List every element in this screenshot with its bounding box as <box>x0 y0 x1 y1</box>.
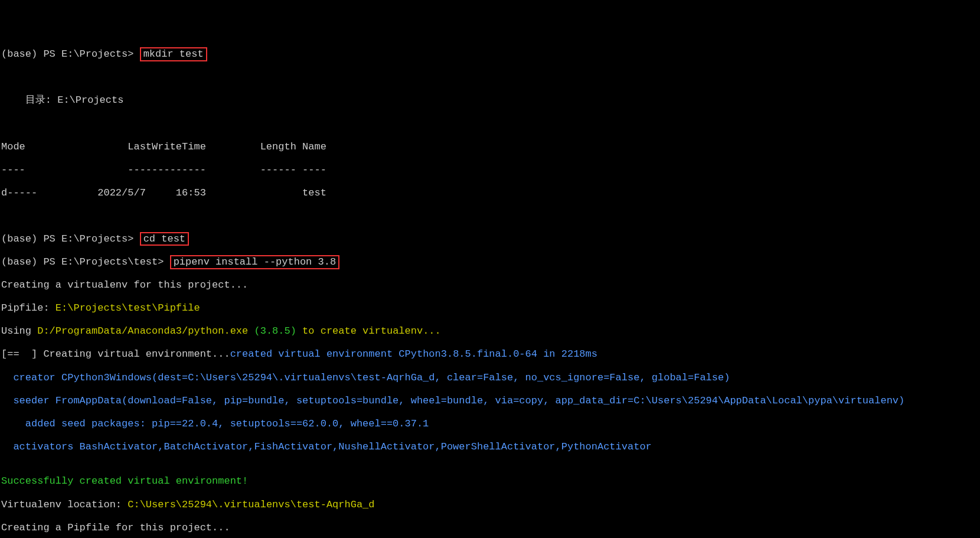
cmd-mkdir: mkdir test <box>140 47 207 61</box>
output-line: creator CPython3Windows(dest=C:\Users\25… <box>1 372 979 384</box>
cmd-pipenv-install: pipenv install --python 3.8 <box>170 255 339 269</box>
cmd-cd: cd test <box>140 232 189 246</box>
prompt-line-3: (base) PS E:\Projects\test> pipenv insta… <box>1 256 979 268</box>
output-line: Pipfile: E:\Projects\test\Pipfile <box>1 302 979 314</box>
table-header-sep: ---- ------------- ------ ---- <box>1 164 979 176</box>
pipfile-path: E:\Projects\test\Pipfile <box>55 302 200 314</box>
prompt-line-1: (base) PS E:\Projects> mkdir test <box>1 48 979 60</box>
table-header: Mode LastWriteTime Length Name <box>1 141 979 153</box>
table-row: d----- 2022/5/7 16:53 test <box>1 187 979 199</box>
dir-header: 目录: E:\Projects <box>1 94 979 106</box>
output-line: activators BashActivator,BatchActivator,… <box>1 441 979 453</box>
output-line: added seed packages: pip==22.0.4, setupt… <box>1 418 979 430</box>
prompt-line-2: (base) PS E:\Projects> cd test <box>1 233 979 245</box>
output-line: Virtualenv location: C:\Users\25294\.vir… <box>1 499 979 511</box>
prompt-prefix: (base) PS E:\Projects> <box>1 48 140 60</box>
output-line: Creating a virtualenv for this project..… <box>1 279 979 291</box>
prompt-prefix: (base) PS E:\Projects\test> <box>1 256 170 268</box>
output-line: Using D:/ProgramData/Anaconda3/python.ex… <box>1 325 979 337</box>
success-line: Successfully created virtual environment… <box>1 475 979 487</box>
output-line: [== ] Creating virtual environment...cre… <box>1 348 979 360</box>
venv-location: C:\Users\25294\.virtualenvs\test-AqrhGa_… <box>128 499 374 510</box>
output-line: Creating a Pipfile for this project... <box>1 522 979 534</box>
output-line: seeder FromAppData(download=False, pip=b… <box>1 395 979 407</box>
prompt-prefix: (base) PS E:\Projects> <box>1 233 140 244</box>
